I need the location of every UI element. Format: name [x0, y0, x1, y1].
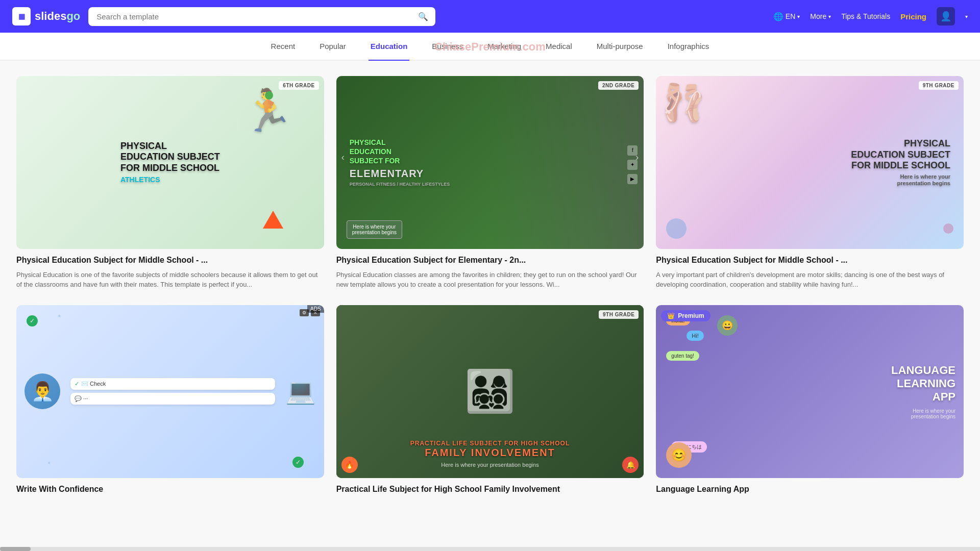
chevron-down-icon: ▾	[828, 14, 831, 19]
flag-icon: 🌐	[773, 12, 783, 21]
tab-recent[interactable]: Recent	[269, 33, 298, 60]
list-item: PHYSICALEDUCATION SUBJECTFOR MIDDLE SCHO…	[10, 71, 330, 300]
thumb-overlay: PHYSICALEDUCATION SUBJECTFOR MIDDLE SCHO…	[16, 76, 324, 249]
language-label: EN	[786, 12, 795, 20]
tab-multipurpose[interactable]: Multi-purpose	[595, 33, 645, 60]
card-title: Language Learning App	[656, 484, 964, 495]
user-avatar[interactable]: 👤	[937, 7, 955, 26]
list-item: PHYSICALEDUCATIONSUBJECT FOR ELEMENTARY …	[330, 71, 650, 300]
nav-tabs-bar: Recent Popular Education Business Market…	[0, 33, 980, 61]
premium-label: Premium	[678, 312, 704, 319]
header: ▦ slidesgo 🔍 🌐 EN ▾ More ▾ Tips & Tutori…	[0, 0, 980, 33]
grade-badge: 6TH GRADE	[279, 81, 318, 90]
card-thumbnail[interactable]: 👨‍👩‍👧‍👦 PRACTICAL LIFE SUBJECT FOR HIGH …	[336, 305, 644, 478]
card-description: Physical Education is one of the favorit…	[16, 270, 324, 290]
language-selector[interactable]: 🌐 EN ▾	[773, 12, 800, 21]
card-title: Physical Education Subject for Middle Sc…	[656, 255, 964, 266]
tips-label: Tips & Tutorials	[841, 12, 890, 20]
list-item: ADS ⚙ ✕ 👨‍💼	[10, 300, 330, 509]
card-thumbnail[interactable]: PHYSICALEDUCATION SUBJECTFOR MIDDLE SCHO…	[16, 76, 324, 249]
logo[interactable]: ▦ slidesgo	[12, 7, 80, 26]
template-grid: PHYSICALEDUCATION SUBJECTFOR MIDDLE SCHO…	[0, 61, 980, 509]
avatar-icon: 👤	[940, 11, 951, 22]
search-icon: 🔍	[418, 12, 428, 21]
pricing-label: Pricing	[900, 12, 926, 21]
thumb-overlay: PHYSICALEDUCATION SUBJECTFOR MIDDLE SCHO…	[656, 76, 964, 249]
card-thumbnail[interactable]: PHYSICALEDUCATIONSUBJECT FOR ELEMENTARY …	[336, 76, 644, 249]
tab-education[interactable]: Education	[369, 33, 410, 60]
cards-container: PHYSICALEDUCATION SUBJECTFOR MIDDLE SCHO…	[0, 61, 980, 509]
tab-business[interactable]: Business	[430, 33, 465, 60]
list-item: 👨‍👩‍👧‍👦 PRACTICAL LIFE SUBJECT FOR HIGH …	[330, 300, 650, 509]
card-title: Physical Education Subject for Elementar…	[336, 255, 644, 266]
tab-popular[interactable]: Popular	[317, 33, 348, 60]
list-item: PHYSICALEDUCATION SUBJECTFOR MIDDLE SCHO…	[650, 71, 970, 300]
search-input[interactable]	[88, 7, 435, 26]
logo-text: slidesgo	[35, 10, 80, 23]
card-description: Physical Education classes are among the…	[336, 270, 644, 290]
crown-icon: 👑	[667, 312, 675, 319]
list-item: hola! Hi! guten tag! こんにちは 😊 😀 LANGUAGEL…	[650, 300, 970, 509]
tab-medical[interactable]: Medical	[544, 33, 574, 60]
pricing-button[interactable]: Pricing	[900, 12, 926, 21]
search-bar: 🔍	[88, 7, 435, 26]
ads-label: ADS	[307, 305, 324, 313]
hot-badge: 🔥	[341, 457, 358, 473]
card-title: Practical Life Subject for High School F…	[336, 484, 644, 495]
card-description: A very important part of children's deve…	[656, 270, 964, 290]
header-right: 🌐 EN ▾ More ▾ Tips & Tutorials Pricing 👤…	[773, 7, 968, 26]
chevron-down-icon: ▾	[965, 14, 968, 19]
grade-badge: 9TH GRADE	[599, 310, 639, 319]
notification-badge: 🔔	[622, 457, 639, 473]
logo-icon: ▦	[12, 7, 31, 26]
grade-badge: 9th Grade	[919, 81, 959, 90]
grade-badge: 2ND GRADE	[598, 81, 639, 90]
card-title: Physical Education Subject for Middle Sc…	[16, 255, 324, 266]
premium-badge: 👑 Premium	[661, 310, 710, 321]
tab-marketing[interactable]: Marketing	[485, 33, 523, 60]
more-label: More	[810, 12, 826, 20]
more-menu[interactable]: More ▾	[810, 12, 831, 20]
card-thumbnail[interactable]: PHYSICALEDUCATION SUBJECTFOR MIDDLE SCHO…	[656, 76, 964, 249]
tips-tutorials-link[interactable]: Tips & Tutorials	[841, 12, 890, 20]
card-thumbnail[interactable]: hola! Hi! guten tag! こんにちは 😊 😀 LANGUAGEL…	[656, 305, 964, 478]
chevron-down-icon: ▾	[797, 14, 800, 19]
account-dropdown[interactable]: ▾	[965, 14, 968, 19]
card-title: Write With Confidence	[16, 484, 324, 495]
tab-infographics[interactable]: Infographics	[666, 33, 712, 60]
category-nav: Recent Popular Education Business Market…	[0, 33, 980, 61]
